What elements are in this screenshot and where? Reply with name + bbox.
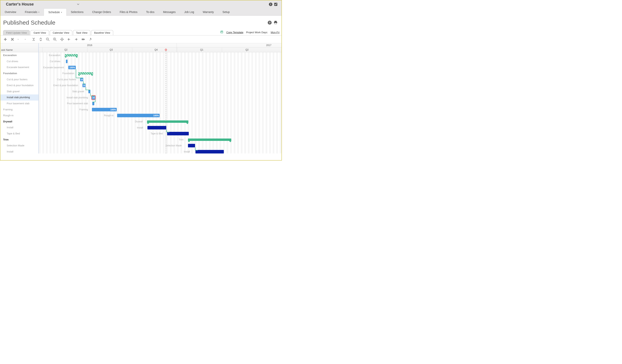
- gantt-task-label: Erect & pour foundation: [39, 84, 78, 87]
- gantt-task-label: Install: [39, 126, 143, 129]
- gantt-task-label: Excavation: [39, 54, 60, 57]
- progress-label: 100%: [70, 66, 75, 69]
- tag-button[interactable]: [81, 37, 85, 41]
- task-row[interactable]: Cut & pour footers: [0, 76, 39, 82]
- gantt-bar[interactable]: 100%: [117, 114, 160, 117]
- nav-tab-overview[interactable]: Overview: [0, 8, 20, 16]
- gantt-task-label: Foundation: [39, 72, 74, 75]
- gantt-bar[interactable]: [147, 120, 188, 123]
- view-tab-task-view[interactable]: Task View: [73, 30, 90, 35]
- fit-button[interactable]: [60, 37, 64, 41]
- gantt-bar[interactable]: [188, 138, 231, 141]
- svg-rect-3: [274, 23, 276, 24]
- add-button[interactable]: [3, 37, 7, 41]
- task-row[interactable]: Excavate basement: [0, 64, 39, 70]
- task-row[interactable]: Erect & pour foundation: [0, 82, 39, 89]
- chevron-down-icon: ▾: [39, 11, 39, 13]
- svg-rect-2: [274, 21, 276, 22]
- view-tab-gantt-view[interactable]: Gantt View: [31, 30, 49, 35]
- task-name-header: ask Name: [0, 43, 39, 52]
- progress-label: 10: [93, 96, 95, 98]
- zoom-in-button[interactable]: [53, 37, 57, 41]
- view-tab-field-update-view: Field Update View: [3, 30, 30, 35]
- task-row[interactable]: Slab gravel: [0, 89, 39, 95]
- gantt-task-label: Slab gravel: [39, 90, 84, 93]
- task-row[interactable]: Excavation: [0, 52, 39, 58]
- gantt-task-label: Trim: [39, 138, 183, 141]
- gantt-task-label: Framing: [39, 108, 88, 111]
- info-icon[interactable]: i: [269, 2, 272, 6]
- chevron-down-icon: ▾: [61, 11, 62, 13]
- project-title: Carter's House: [6, 2, 34, 6]
- work-days-label: Project Work Days:: [246, 31, 268, 34]
- task-row[interactable]: Framing: [0, 106, 39, 113]
- task-row[interactable]: Install slab plumbing: [0, 95, 39, 100]
- gantt-bar[interactable]: [195, 150, 224, 153]
- zoom-out-button[interactable]: [46, 37, 50, 41]
- gantt-task-label: Excavate basement: [39, 66, 64, 69]
- copy-template-icon[interactable]: [220, 31, 224, 35]
- gantt-task-label: Cut & pour footers: [39, 78, 76, 81]
- outdent-button[interactable]: [17, 37, 22, 41]
- help-icon[interactable]: ?: [268, 21, 272, 25]
- quarter-label: Q3: [110, 48, 113, 51]
- task-row[interactable]: Drywall: [0, 119, 39, 125]
- gantt-bar[interactable]: [66, 60, 68, 63]
- gantt-task-label: Install: [39, 150, 190, 153]
- nav-tab-messages[interactable]: Messages: [159, 8, 180, 16]
- checkbox-icon[interactable]: [274, 2, 277, 6]
- prev-button[interactable]: [67, 37, 71, 41]
- nav-tab-schedule[interactable]: Schedule▾: [44, 8, 66, 16]
- copy-template-link[interactable]: Copy Template: [226, 31, 243, 34]
- delete-button[interactable]: [10, 37, 15, 41]
- task-row[interactable]: Foundation: [0, 70, 39, 77]
- task-row[interactable]: Rough-in: [0, 113, 39, 119]
- page-title: Published Schedule: [3, 19, 55, 26]
- task-row[interactable]: Selection Made: [0, 143, 39, 149]
- gantt-bar[interactable]: [65, 54, 78, 57]
- gantt-task-label: Pour basement slab: [39, 102, 88, 105]
- year-label: 2016: [87, 44, 92, 47]
- task-row[interactable]: Pour basement slab: [0, 100, 39, 107]
- progress-label: 100%: [110, 108, 116, 111]
- nav-tab-warranty[interactable]: Warranty: [198, 8, 218, 16]
- project-dropdown[interactable]: [77, 3, 79, 6]
- task-row[interactable]: Trim: [0, 136, 39, 143]
- quarter-label: Q4: [155, 48, 158, 51]
- next-button[interactable]: [74, 37, 78, 41]
- task-row[interactable]: Install: [0, 125, 39, 131]
- gantt-bar[interactable]: 100%: [92, 108, 117, 111]
- progress-label: 100%: [153, 114, 159, 117]
- task-row[interactable]: Cut drives: [0, 58, 39, 65]
- nav-tab-job-log[interactable]: Job Log: [180, 8, 198, 16]
- nav-tab-selections[interactable]: Selections: [67, 8, 88, 16]
- gantt-bar[interactable]: [78, 72, 93, 75]
- quarter-label: Q1: [200, 48, 203, 51]
- task-row[interactable]: Install: [0, 149, 39, 154]
- gantt-task-label: Selection Made: [39, 144, 182, 147]
- view-tab-calendar-view[interactable]: Calendar View: [50, 30, 72, 35]
- task-row[interactable]: Tape & Bed: [0, 131, 39, 137]
- quarter-label: Q2: [64, 48, 68, 51]
- gantt-task-label: Rough-in: [39, 114, 114, 117]
- gantt-task-label: Cut drives: [39, 60, 60, 63]
- gantt-bar[interactable]: [167, 132, 189, 135]
- fire-button[interactable]: [88, 37, 93, 41]
- collapse-button[interactable]: [32, 37, 36, 41]
- view-tab-baseline-view[interactable]: Baseline View: [91, 30, 113, 35]
- expand-button[interactable]: [39, 37, 43, 41]
- gantt-task-label: Tape & Bed: [39, 132, 163, 135]
- gantt-bar[interactable]: [147, 126, 166, 130]
- nav-tab-setup[interactable]: Setup: [218, 8, 234, 16]
- year-label: 2017: [266, 44, 272, 47]
- gantt-bar[interactable]: 100%: [68, 66, 76, 69]
- nav-tab-change-orders[interactable]: Change Orders: [88, 8, 115, 16]
- nav-tab-to-dos[interactable]: To-dos: [142, 8, 159, 16]
- nav-tab-financials[interactable]: Financials▾: [20, 8, 44, 16]
- gantt-bar[interactable]: [188, 144, 195, 147]
- print-icon[interactable]: [273, 21, 277, 25]
- work-days-value[interactable]: Mon-Fri: [271, 31, 279, 34]
- nav-tab-files-photos[interactable]: Files & Photos: [115, 8, 142, 16]
- indent-button[interactable]: [24, 37, 29, 41]
- quarter-label: Q2: [245, 48, 249, 51]
